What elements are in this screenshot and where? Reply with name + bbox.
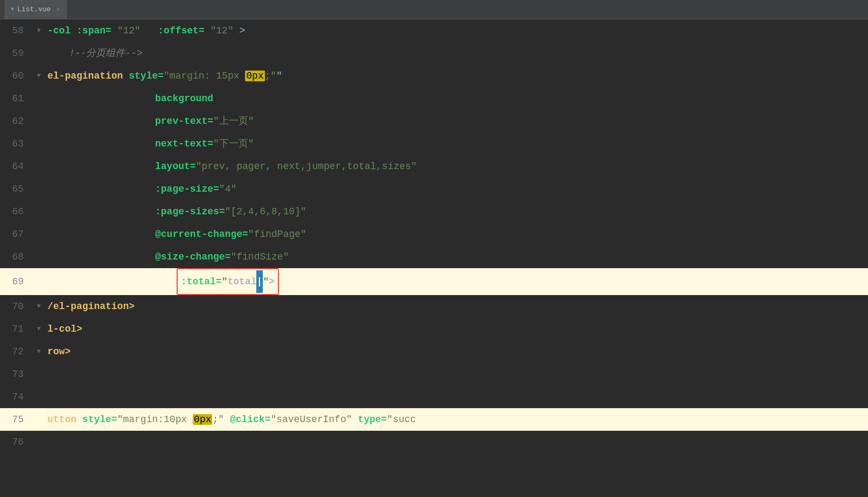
tab-bar: ▼ List.vue × [0,0,868,19]
code-line-59: 59 !--分页组件--> [0,42,868,65]
fold-arrow-72[interactable]: ▼ [37,348,40,355]
line-number-70: 70 [0,301,32,312]
line-number-63: 63 [0,138,32,149]
close-icon[interactable]: × [56,6,60,13]
code-content-75: utton style="margin:10px 0px;" @click="s… [45,408,868,431]
code-line-72: 72 ▼ row> [0,340,868,363]
code-line-69: 69 :total="total|"> [0,268,868,295]
line-number-61: 61 [0,93,32,104]
code-line-62: 62 prev-text="上一页" [0,110,868,132]
fold-arrow-60[interactable]: ▼ [37,72,40,80]
code-line-70: 70 ▼ /el-pagination> [0,295,868,318]
code-line-71: 71 ▼ l-col> [0,318,868,340]
code-content-63: next-text="下一页" [45,132,868,155]
line-number-66: 66 [0,206,32,217]
line-number-59: 59 [0,48,32,59]
code-content-59: !--分页组件--> [45,42,868,65]
code-content-67: @current-change="findPage" [45,223,868,246]
code-content-72: row> [45,340,868,363]
line-number-71: 71 [0,324,32,334]
line-number-76: 76 [0,437,32,447]
gutter-72: ▼ [32,348,45,355]
line-number-64: 64 [0,161,32,172]
fold-arrow-71[interactable]: ▼ [37,325,40,333]
code-content-65: :page-size="4" [45,178,868,200]
code-content-61: background [45,87,868,110]
code-line-60: 60 ▼ el-pagination style="margin: 15px 0… [0,65,868,87]
code-line-66: 66 :page-sizes="[2,4,6,8,10]" [0,200,868,223]
code-content-68: @size-change="findSize" [45,246,868,268]
code-line-73: 73 [0,363,868,386]
line-number-69: 69 [0,276,32,287]
list-vue-tab[interactable]: ▼ List.vue × [4,0,67,19]
tab-triangle-icon: ▼ [11,6,14,12]
line-number-65: 65 [0,184,32,194]
line-number-72: 72 [0,346,32,357]
code-content-66: :page-sizes="[2,4,6,8,10]" [45,200,868,223]
code-content-69: :total="total|"> [45,268,868,295]
red-border-box: :total="total|"> [177,268,279,295]
line-number-68: 68 [0,251,32,262]
line-number-74: 74 [0,391,32,402]
code-line-61: 61 background [0,87,868,110]
code-editor: 58 ▼ -col :span= "12" :offset= "12" > 59… [0,19,868,497]
code-line-64: 64 layout="prev, pager, next,jumper,tota… [0,155,868,178]
line-number-62: 62 [0,116,32,127]
code-line-67: 67 @current-change="findPage" [0,223,868,246]
fold-arrow-70[interactable]: ▼ [37,303,40,310]
code-content-58: -col :span= "12" :offset= "12" > [45,19,868,42]
gutter-60: ▼ [32,72,45,80]
line-number-73: 73 [0,369,32,380]
code-line-74: 74 [0,386,868,408]
code-line-63: 63 next-text="下一页" [0,132,868,155]
code-line-76: 76 [0,431,868,453]
code-content-60: el-pagination style="margin: 15px 0px;"" [45,65,868,87]
gutter-71: ▼ [32,325,45,333]
line-number-60: 60 [0,71,32,81]
code-content-70: /el-pagination> [45,295,868,318]
code-line-58: 58 ▼ -col :span= "12" :offset= "12" > [0,19,868,42]
line-number-67: 67 [0,229,32,240]
text-cursor: | [256,270,263,293]
fold-arrow-58[interactable]: ▼ [37,27,40,34]
code-line-75: 75 utton style="margin:10px 0px;" @click… [0,408,868,431]
code-content-62: prev-text="上一页" [45,110,868,132]
code-content-64: layout="prev, pager, next,jumper,total,s… [45,155,868,178]
code-line-65: 65 :page-size="4" [0,178,868,200]
tab-filename: List.vue [17,5,51,13]
line-number-58: 58 [0,25,32,36]
code-line-68: 68 @size-change="findSize" [0,246,868,268]
gutter-70: ▼ [32,303,45,310]
code-content-71: l-col> [45,318,868,340]
line-number-75: 75 [0,414,32,425]
gutter-58: ▼ [32,27,45,34]
